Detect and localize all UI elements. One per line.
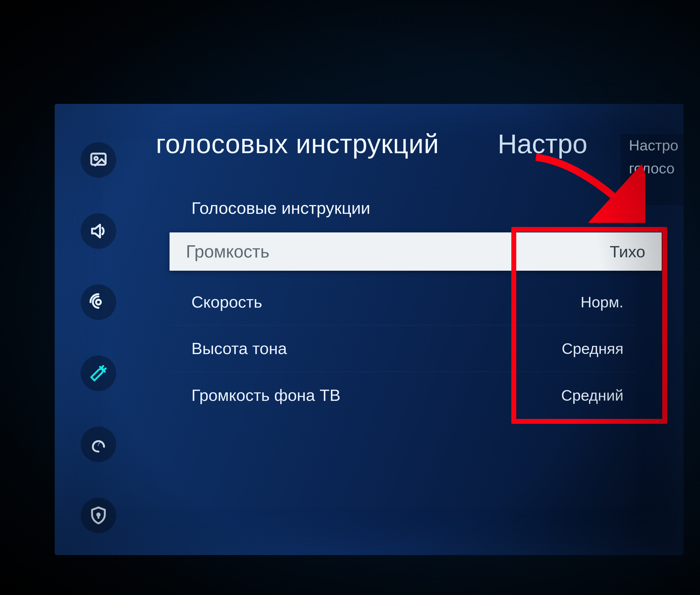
side-line-2: голосо [629,157,683,180]
settings-sidebar: ? [81,142,122,533]
voice-guide-toggle-row[interactable]: Голосовые инструкции [191,191,640,224]
right-description-panel: Настро голосо [621,134,683,205]
page-title-right: Настро [498,129,587,160]
voice-guide-toggle-label: Голосовые инструкции [191,198,370,218]
row-volume-selected[interactable]: Громкость Тихо [170,232,662,271]
tv-screen: ? голосовых инструкций Настро Голосовые … [55,104,683,555]
svg-point-1 [94,157,97,160]
row-bg-volume-value: Средний [561,386,623,404]
settings-rows: Скорость Норм. Высота тона Средняя Громк… [172,279,637,418]
general-icon[interactable] [81,356,116,391]
side-line-1: Настро [629,134,683,157]
row-bg-volume[interactable]: Громкость фона ТВ Средний [172,372,637,418]
row-pitch-label: Высота тона [191,339,287,358]
svg-point-2 [96,300,101,305]
row-speed[interactable]: Скорость Норм. [172,279,637,325]
row-pitch[interactable]: Высота тона Средняя [172,325,637,372]
row-volume-value: Тихо [610,242,645,261]
row-speed-label: Скорость [191,292,262,311]
picture-icon[interactable] [81,142,116,178]
row-bg-volume-label: Громкость фона ТВ [191,386,340,405]
row-volume-label: Громкость [186,242,269,262]
svg-text:?: ? [96,440,101,448]
sound-icon[interactable] [81,213,116,249]
photo-frame: ? голосовых инструкций Настро Голосовые … [0,0,700,595]
broadcast-icon[interactable] [81,284,116,320]
voice-guide-toggle-indicator[interactable] [622,204,637,219]
page-title-left: голосовых инструкций [156,129,439,160]
support-icon[interactable]: ? [81,427,116,462]
row-pitch-value: Средняя [562,340,623,358]
row-speed-value: Норм. [581,293,623,311]
privacy-icon[interactable] [81,498,116,533]
